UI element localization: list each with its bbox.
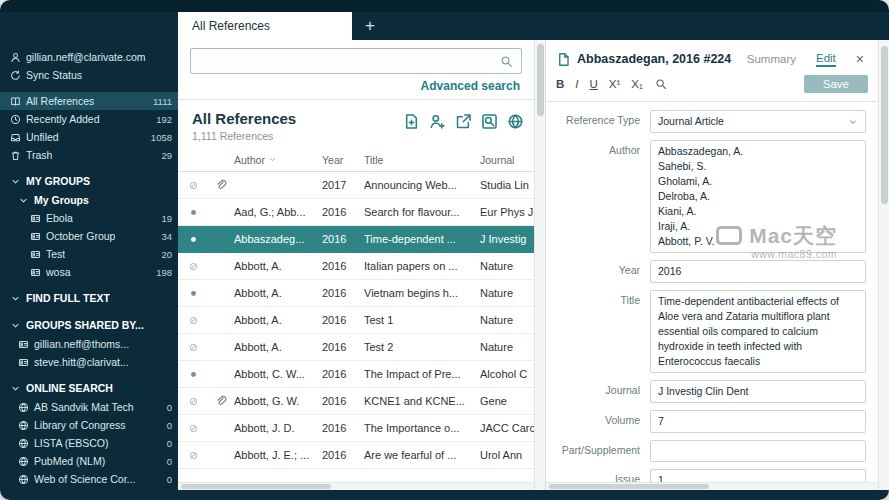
column-year[interactable]: Year — [322, 154, 364, 166]
search-icon[interactable] — [500, 55, 513, 68]
tab-edit[interactable]: Edit — [816, 52, 836, 67]
sidebar-item-groups-shared-by-header[interactable]: GROUPS SHARED BY... — [0, 315, 178, 335]
subscript-button[interactable]: X₁ — [631, 78, 643, 90]
library-icon — [10, 96, 21, 107]
sidebar-item-online-library-of-congress[interactable]: Library of Congress0 — [0, 416, 178, 434]
column-journal[interactable]: Journal — [480, 154, 534, 166]
column-title[interactable]: Title — [364, 154, 480, 166]
sidebar-item-label: October Group — [46, 230, 115, 242]
sidebar-item-label: FIND FULL TEXT — [26, 292, 110, 304]
field-value-author[interactable]: Abbaszadegan, A. Sahebi, S. Gholami, A. … — [650, 140, 866, 253]
reference-row[interactable]: Abbott, J. E.; ...2016Are we fearful of … — [178, 442, 534, 469]
sidebar-item-online-web-of-science[interactable]: Web of Science Cor...0 — [0, 470, 178, 488]
sidebar-item-trash[interactable]: Trash29 — [0, 146, 178, 164]
underline-button[interactable]: U — [590, 78, 598, 90]
sidebar-item-count: 20 — [157, 249, 172, 260]
field-value-year[interactable]: 2016 — [650, 260, 866, 283]
close-icon[interactable]: × — [852, 51, 868, 67]
bold-button[interactable]: B — [556, 78, 564, 90]
window-titlebar[interactable] — [0, 0, 889, 12]
read-status-cell — [178, 234, 208, 245]
sidebar-item-online-pubmed[interactable]: PubMed (NLM)0 — [0, 452, 178, 470]
sidebar-item-group-test[interactable]: Test20 — [0, 245, 178, 263]
reference-row[interactable]: 2017Announcing Web...Studia Lin — [178, 172, 534, 199]
add-reference-icon[interactable] — [403, 113, 420, 130]
italic-button[interactable]: I — [575, 78, 578, 90]
list-hscrollbar-thumb[interactable] — [181, 484, 331, 489]
reference-row[interactable]: Abbott, G. W.2016KCNE1 and KCNE...Gene — [178, 388, 534, 415]
endnote-window: All References + gillian.neff@clarivate.… — [0, 0, 889, 500]
cell-title: Time-dependent ... — [364, 233, 480, 245]
sidebar-item-recently-added[interactable]: Recently Added192 — [0, 110, 178, 128]
superscript-button[interactable]: X¹ — [609, 78, 621, 90]
sidebar-item-online-search-header[interactable]: ONLINE SEARCH — [0, 378, 178, 398]
cell-year: 2016 — [322, 341, 364, 353]
add-contact-icon[interactable] — [429, 113, 446, 130]
list-vscrollbar[interactable] — [534, 40, 545, 490]
field-value-title[interactable]: Time-dependent antibacterial effects of … — [650, 290, 866, 373]
reference-row[interactable]: Abbott, J. D.2016The Importance o...JACC… — [178, 415, 534, 442]
list-hscrollbar[interactable] — [178, 482, 534, 490]
author-sort-chevron-icon[interactable] — [268, 155, 277, 164]
cell-journal: J Investig — [480, 233, 534, 245]
new-tab-button[interactable]: + — [352, 12, 388, 40]
reference-row[interactable]: Abbott, A.2016Italian papers on ...Natur… — [178, 253, 534, 280]
lookup-icon[interactable] — [481, 113, 498, 130]
tab-summary[interactable]: Summary — [747, 53, 796, 65]
detail-vscrollbar-thumb[interactable] — [881, 46, 888, 204]
save-button[interactable]: Save — [804, 75, 868, 93]
field-value-part-supplement[interactable] — [650, 440, 866, 462]
reference-row[interactable]: Abbott, A.2016Test 2Nature — [178, 334, 534, 361]
record-slash-icon — [188, 342, 199, 353]
cell-year: 2016 — [322, 233, 364, 245]
sidebar-item-all-references[interactable]: All References1111 — [0, 92, 178, 110]
field-value-journal[interactable]: J Investig Clin Dent — [650, 380, 866, 403]
sidebar-item-group-october-group[interactable]: October Group34 — [0, 227, 178, 245]
sidebar-item-my-groups[interactable]: My Groups — [0, 191, 178, 209]
sidebar-item-shared-gillian[interactable]: gillian.neff@thoms... — [0, 335, 178, 353]
cell-title: Announcing Web... — [364, 179, 480, 191]
share-icon[interactable] — [455, 113, 472, 130]
globe-icon[interactable] — [507, 113, 524, 130]
reference-row[interactable]: Abbott, A.2016Test 1Nature — [178, 307, 534, 334]
sidebar-item-group-wosa[interactable]: wosa198 — [0, 263, 178, 281]
record-slash-icon — [188, 450, 199, 461]
sidebar-item-label: Ebola — [46, 212, 73, 224]
cell-author: Abbott, J. D. — [234, 422, 322, 434]
globe-icon — [18, 420, 29, 431]
list-vscrollbar-thumb[interactable] — [537, 44, 544, 116]
account-email-label: gillian.neff@clarivate.com — [26, 51, 146, 63]
sidebar-item-online-ab-sandvik[interactable]: AB Sandvik Mat Tech0 — [0, 398, 178, 416]
globe-icon — [18, 438, 29, 449]
reference-row[interactable]: Abbott, A.2016Vietnam begins h...Nature — [178, 280, 534, 307]
detail-hscrollbar-thumb[interactable] — [549, 484, 709, 489]
sidebar-item-label: Unfiled — [26, 131, 59, 143]
field-row-author: AuthorAbbaszadegan, A. Sahebi, S. Gholam… — [546, 140, 866, 253]
reference-row[interactable]: Abbott, C. W...2016The Impact of Pre...A… — [178, 361, 534, 388]
sidebar-item-find-full-text-header[interactable]: FIND FULL TEXT — [0, 288, 178, 308]
reference-list-panel: Advanced search All References 1,111 Ref… — [178, 40, 534, 490]
account-email[interactable]: gillian.neff@clarivate.com — [0, 48, 178, 66]
record-slash-icon — [188, 396, 199, 407]
search-input[interactable] — [199, 54, 500, 68]
reference-row[interactable]: Abbaszadeg...2016Time-dependent ...J Inv… — [178, 226, 534, 253]
field-value-reference-type[interactable]: Journal Article — [650, 110, 866, 133]
detail-vscrollbar[interactable] — [878, 40, 889, 490]
field-value-volume[interactable]: 7 — [650, 410, 866, 433]
chevron-icon — [10, 383, 21, 394]
sidebar-item-group-ebola[interactable]: Ebola19 — [0, 209, 178, 227]
sidebar-item-shared-steve[interactable]: steve.hitt@clarivat... — [0, 353, 178, 371]
advanced-search-link[interactable]: Advanced search — [421, 79, 520, 93]
field-label: Journal — [546, 380, 650, 403]
chevron-icon — [10, 320, 21, 331]
reference-row[interactable]: Aad, G.; Abb...2016Search for flavour...… — [178, 199, 534, 226]
sync-status[interactable]: Sync Status — [0, 66, 178, 84]
detail-hscrollbar[interactable] — [546, 482, 878, 490]
field-search-icon[interactable] — [655, 78, 667, 90]
cell-journal: Nature — [480, 314, 534, 326]
sidebar-item-online-lista-ebsco[interactable]: LISTA (EBSCO)0 — [0, 434, 178, 452]
tab-all-references[interactable]: All References — [178, 12, 352, 40]
sidebar-item-my-groups-header[interactable]: MY GROUPS — [0, 171, 178, 191]
column-author[interactable]: Author — [234, 154, 322, 166]
sidebar-item-unfiled[interactable]: Unfiled1058 — [0, 128, 178, 146]
